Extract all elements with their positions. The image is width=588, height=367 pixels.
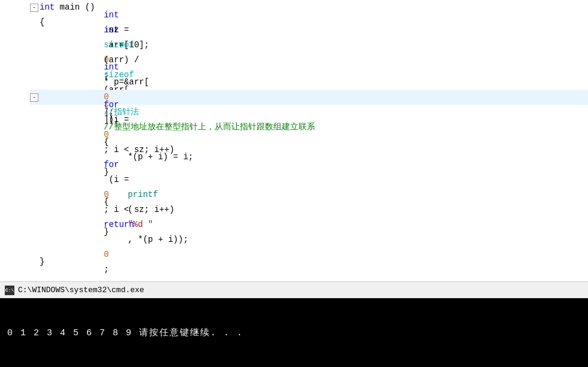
code-line-17: return 0 ; <box>30 239 588 254</box>
terminal-body: 0 1 2 3 4 5 6 7 8 9 请按任意键继续. . . <box>0 298 588 367</box>
code-editor: - int main () { int arr[10]; int i = 0 ; <box>0 0 588 281</box>
code-line-9: for (i = 0 ; i < sz; i++) <box>30 120 588 135</box>
code-line-18: } <box>30 254 588 269</box>
collapse-icon-block[interactable]: - <box>30 93 38 102</box>
terminal-titlebar: C:\ C:\WINDOWS\system32\cmd.exe <box>0 281 588 298</box>
terminal-title: C:\WINDOWS\system32\cmd.exe <box>18 286 144 295</box>
collapse-icon-main[interactable]: - <box>30 4 38 12</box>
cmd-icon: C:\ <box>5 286 14 295</box>
code-content: - int main () { int arr[10]; int i = 0 ; <box>24 0 588 281</box>
terminal-output: 0 1 2 3 4 5 6 7 8 9 请按任意键继续. . . <box>7 327 243 338</box>
